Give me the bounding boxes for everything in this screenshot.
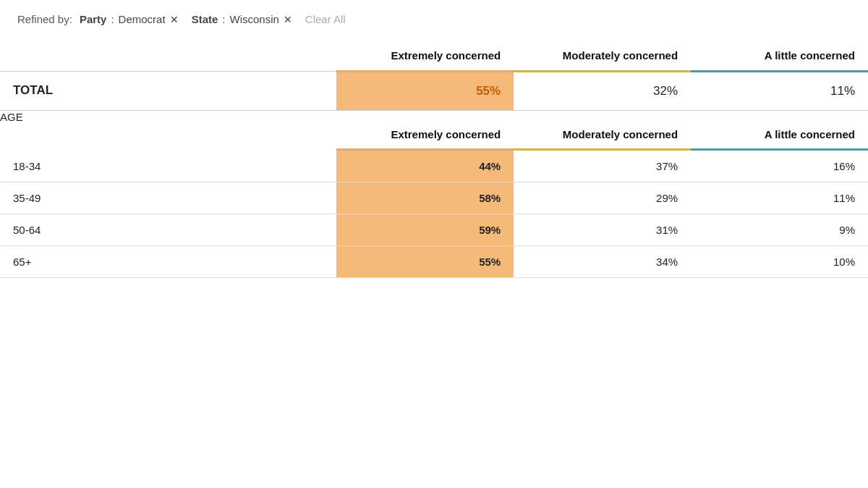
age-row-extremely: 44% (336, 150, 514, 182)
age-row-moderately: 29% (514, 182, 691, 214)
age-section-mod-empty (514, 110, 691, 123)
total-moderately: 32% (514, 71, 691, 110)
col-header-little: A little concerned (691, 38, 868, 71)
age-row-moderately: 34% (514, 246, 691, 278)
age-row-label: 18-34 (0, 150, 336, 182)
refined-bar: Refined by: Party: Democrat ✕ State: Wis… (0, 0, 868, 38)
age-section-label: AGE (0, 110, 336, 123)
age-row-extremely: 55% (336, 246, 514, 278)
age-row-little: 9% (691, 214, 868, 246)
age-section-ext-empty (336, 110, 514, 123)
data-table-wrap: Extremely concerned Moderately concerned… (0, 38, 868, 278)
total-label: TOTAL (0, 71, 336, 110)
age-row-little: 11% (691, 182, 868, 214)
age-row: 65+55%34%10% (0, 246, 868, 278)
data-table: Extremely concerned Moderately concerned… (0, 38, 868, 278)
age-row-extremely: 59% (336, 214, 514, 246)
age-subheader-label-empty (0, 123, 336, 150)
filter-party: Party: Democrat ✕ (80, 13, 179, 25)
age-row-little: 10% (691, 246, 868, 278)
refined-label: Refined by: (17, 13, 72, 25)
age-row-label: 50-64 (0, 214, 336, 246)
filter-party-key: Party (80, 13, 107, 25)
filter-state: State: Wisconsin ✕ (192, 13, 292, 25)
total-row: TOTAL 55% 32% 11% (0, 71, 868, 110)
age-section-label-row: AGE (0, 110, 868, 123)
clear-all-button[interactable]: Clear All (305, 13, 346, 25)
age-subheader-moderately: Moderately concerned (514, 123, 691, 150)
table-header-row: Extremely concerned Moderately concerned… (0, 38, 868, 71)
filter-state-remove[interactable]: ✕ (284, 14, 292, 25)
age-row: 18-3444%37%16% (0, 150, 868, 182)
age-subheader-extremely: Extremely concerned (336, 123, 514, 150)
total-extremely: 55% (336, 71, 514, 110)
col-header-moderately: Moderately concerned (514, 38, 691, 71)
age-row-moderately: 37% (514, 150, 691, 182)
age-section-lit-empty (691, 110, 868, 123)
age-row: 50-6459%31%9% (0, 214, 868, 246)
age-row-label: 35-49 (0, 182, 336, 214)
col-header-extremely: Extremely concerned (336, 38, 514, 71)
col-header-label (0, 38, 336, 71)
filter-state-value: Wisconsin (229, 13, 278, 25)
total-little: 11% (691, 71, 868, 110)
age-row: 35-4958%29%11% (0, 182, 868, 214)
age-subheader-little: A little concerned (691, 123, 868, 150)
age-row-little: 16% (691, 150, 868, 182)
filter-party-value: Democrat (119, 13, 166, 25)
filter-state-key: State (192, 13, 218, 25)
age-subheader-row: Extremely concerned Moderately concerned… (0, 123, 868, 150)
age-row-label: 65+ (0, 246, 336, 278)
age-row-moderately: 31% (514, 214, 691, 246)
filter-party-remove[interactable]: ✕ (170, 14, 179, 25)
age-row-extremely: 58% (336, 182, 514, 214)
